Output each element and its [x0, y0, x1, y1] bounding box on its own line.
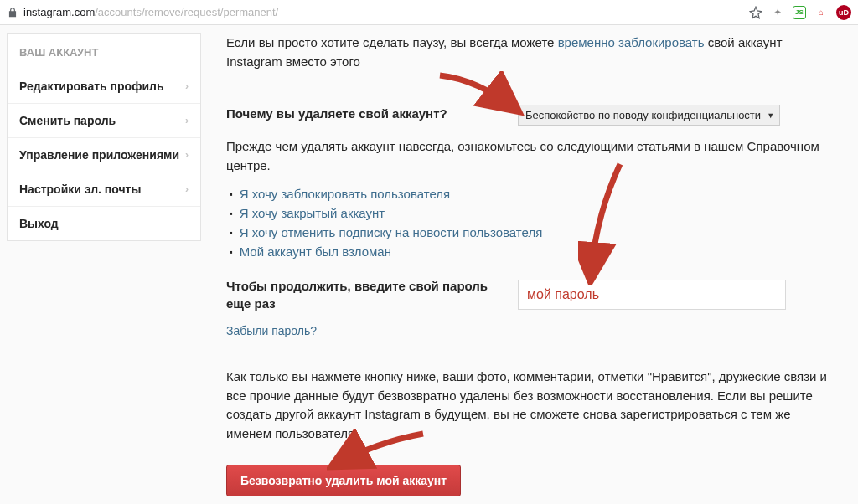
url-host: instagram.com: [23, 6, 95, 18]
sidebar-item-label: Настройки эл. почты: [19, 183, 141, 196]
page-body: ВАШ АККАУНТ Редактировать профиль › Смен…: [0, 25, 858, 504]
chevron-right-icon: ›: [185, 183, 189, 195]
reason-label: Почему вы удаляете свой аккаунт?: [226, 105, 494, 122]
temporarily-disable-link[interactable]: временно заблокировать: [558, 35, 705, 49]
sidebar-item-email-settings[interactable]: Настройки эл. почты ›: [8, 172, 200, 207]
help-link-private-account[interactable]: Я хочу закрытый аккаунт: [240, 206, 385, 220]
browser-address-bar: instagram.com/accounts/remove/request/pe…: [0, 0, 858, 25]
password-row: Чтобы продолжить, введите свой пароль ещ…: [226, 277, 835, 312]
sidebar-item-change-password[interactable]: Сменить пароль ›: [8, 104, 200, 138]
warning-text: Как только вы нажмете кнопку ниже, ваши …: [226, 368, 835, 443]
intro-text: Если вы просто хотите сделать паузу, вы …: [226, 33, 835, 71]
forgot-password-link[interactable]: Забыли пароль?: [226, 324, 317, 337]
bookmark-star-icon[interactable]: [749, 6, 762, 19]
extension-plus-icon[interactable]: ✦: [771, 6, 784, 19]
reason-select[interactable]: Беспокойство по поводу конфиденциальност…: [518, 105, 780, 126]
delete-account-button[interactable]: Безвозвратно удалить мой аккаунт: [226, 465, 461, 496]
chevron-right-icon: ›: [185, 149, 189, 161]
forgot-password-wrapper: Забыли пароль?: [226, 324, 835, 337]
delete-button-row: Безвозвратно удалить мой аккаунт: [226, 465, 835, 496]
reason-selected-value: Беспокойство по поводу конфиденциальност…: [525, 109, 761, 121]
extension-js-icon[interactable]: JS: [793, 6, 806, 19]
account-sidebar: ВАШ АККАУНТ Редактировать профиль › Смен…: [7, 33, 201, 241]
sidebar-item-label: Редактировать профиль: [19, 80, 164, 93]
password-label: Чтобы продолжить, введите свой пароль ещ…: [226, 277, 494, 312]
help-link-item: Мой аккаунт был взломан: [230, 244, 835, 259]
lock-icon: [7, 7, 18, 18]
intro-pre: Если вы просто хотите сделать паузу, вы …: [226, 35, 558, 49]
reason-row: Почему вы удаляете свой аккаунт? Беспоко…: [226, 105, 835, 126]
sidebar-header: ВАШ АККАУНТ: [8, 34, 200, 69]
extension-ublock-icon[interactable]: uD: [836, 5, 851, 20]
pre-delete-text: Прежде чем удалять аккаунт навсегда, озн…: [226, 137, 835, 175]
help-link-item: Я хочу заблокировать пользователя: [230, 187, 835, 201]
sidebar-item-label: Сменить пароль: [19, 114, 116, 127]
password-input[interactable]: [518, 280, 786, 310]
help-links-list: Я хочу заблокировать пользователя Я хочу…: [226, 187, 835, 259]
chevron-right-icon: ›: [185, 80, 189, 92]
browser-action-icons: ✦ JS ⌂ uD: [749, 5, 851, 20]
sidebar-item-edit-profile[interactable]: Редактировать профиль ›: [8, 69, 200, 104]
help-link-unfollow[interactable]: Я хочу отменить подписку на новости поль…: [240, 225, 543, 239]
help-link-item: Я хочу закрытый аккаунт: [230, 206, 835, 220]
chevron-right-icon: ›: [185, 115, 189, 126]
sidebar-item-label: Выход: [19, 217, 59, 230]
extension-home-icon[interactable]: ⌂: [814, 6, 828, 19]
sidebar-item-label: Управление приложениями: [19, 148, 179, 162]
help-link-hacked[interactable]: Мой аккаунт был взломан: [240, 244, 391, 259]
main-content: Если вы просто хотите сделать паузу, вы …: [226, 33, 851, 504]
url-path: /accounts/remove/request/permanent/: [95, 6, 278, 18]
sidebar-item-manage-apps[interactable]: Управление приложениями ›: [8, 138, 200, 172]
help-link-block-user[interactable]: Я хочу заблокировать пользователя: [240, 187, 451, 201]
help-link-item: Я хочу отменить подписку на новости поль…: [230, 225, 835, 239]
url-display[interactable]: instagram.com/accounts/remove/request/pe…: [23, 6, 744, 18]
sidebar-item-logout[interactable]: Выход: [8, 207, 200, 240]
